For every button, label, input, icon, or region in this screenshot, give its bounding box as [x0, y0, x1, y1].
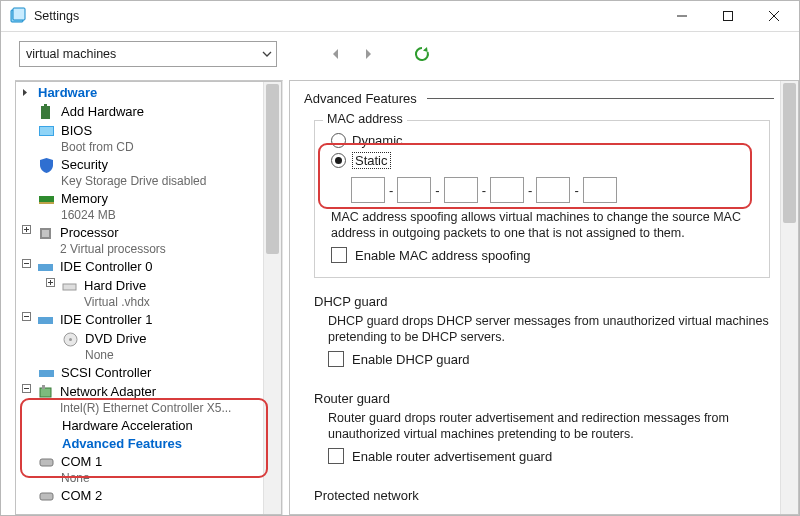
svg-rect-8: [39, 202, 54, 204]
panel-scroll-area: MAC address Dynamic Static - - - -: [290, 114, 798, 514]
mac-octet-1[interactable]: [351, 177, 385, 203]
mac-spoofing-description: MAC address spoofing allows virtual mach…: [331, 209, 759, 241]
left-scrollbar[interactable]: [263, 82, 281, 514]
bios-icon: [38, 123, 55, 140]
svg-rect-15: [63, 284, 76, 290]
mac-octet-5[interactable]: [536, 177, 570, 203]
svg-rect-2: [724, 12, 733, 21]
processor-icon: [37, 225, 54, 242]
collapse-icon[interactable]: [22, 259, 31, 268]
tree-item-security[interactable]: SecurityKey Storage Drive disabled: [16, 156, 281, 190]
com-port-icon: [38, 454, 55, 471]
tree-item-com2[interactable]: COM 2: [16, 487, 281, 506]
svg-rect-20: [39, 370, 54, 377]
svg-rect-25: [40, 493, 53, 500]
tree-item-ide1[interactable]: IDE Controller 1: [16, 311, 281, 330]
tree-item-com1[interactable]: COM 1None: [16, 453, 281, 487]
controller-icon: [37, 259, 54, 276]
checkbox-icon: [328, 351, 344, 367]
dhcp-guard-checkbox-row[interactable]: Enable DHCP guard: [328, 351, 770, 367]
tree-item-ide0[interactable]: IDE Controller 0: [16, 258, 281, 277]
dvd-icon: [62, 331, 79, 348]
collapse-icon[interactable]: [22, 88, 31, 97]
svg-rect-7: [39, 196, 54, 203]
panel-title: Advanced Features: [304, 91, 417, 106]
content-split: Hardware Add Hardware BIOSBoot from CD S…: [1, 80, 799, 515]
network-adapter-icon: [37, 384, 54, 401]
svg-rect-6: [40, 127, 53, 135]
focus-indicator: Static: [352, 152, 391, 169]
radio-dynamic[interactable]: Dynamic: [331, 133, 759, 148]
expand-icon[interactable]: [46, 278, 55, 287]
app-icon: [9, 7, 27, 25]
protected-network-heading: Protected network: [314, 488, 770, 503]
collapse-icon[interactable]: [22, 312, 31, 321]
scrollbar-thumb[interactable]: [783, 83, 796, 223]
mac-address-group: MAC address Dynamic Static - - - -: [314, 120, 770, 278]
router-guard-checkbox-row[interactable]: Enable router advertisement guard: [328, 448, 770, 464]
nav-back-button[interactable]: [325, 43, 347, 65]
svg-rect-13: [38, 264, 53, 271]
checkbox-icon: [331, 247, 347, 263]
chevron-down-icon: [262, 49, 272, 59]
radio-static[interactable]: Static: [331, 152, 759, 169]
tree-item-add-hardware[interactable]: Add Hardware: [16, 103, 281, 122]
tree-item-dvd[interactable]: DVD DriveNone: [16, 330, 281, 364]
collapse-icon[interactable]: [22, 384, 31, 393]
hard-drive-icon: [61, 278, 78, 295]
add-hardware-icon: [38, 104, 55, 121]
nav-forward-button[interactable]: [357, 43, 379, 65]
controller-icon: [38, 365, 55, 382]
expand-icon[interactable]: [22, 225, 31, 234]
svg-rect-3: [41, 106, 50, 119]
tree-item-hw-accel[interactable]: Hardware Acceleration: [16, 417, 281, 435]
mac-octet-4[interactable]: [490, 177, 524, 203]
tree-item-processor[interactable]: Processor2 Virtual processors: [16, 224, 281, 258]
mac-octet-6[interactable]: [583, 177, 617, 203]
reload-button[interactable]: [411, 43, 433, 65]
mac-octet-2[interactable]: [397, 177, 431, 203]
com-port-icon: [38, 488, 55, 505]
vm-selector-dropdown[interactable]: virtual machines: [19, 41, 277, 67]
svg-rect-4: [44, 104, 47, 107]
dhcp-guard-description: DHCP guard drops DHCP server messages fr…: [328, 313, 770, 345]
scrollbar-thumb[interactable]: [266, 84, 279, 254]
maximize-button[interactable]: [705, 1, 751, 31]
mac-address-input: - - - - -: [351, 177, 759, 203]
svg-rect-23: [42, 385, 45, 389]
left-pane: Hardware Add Hardware BIOSBoot from CD S…: [15, 80, 283, 515]
window-title: Settings: [34, 9, 659, 23]
shield-icon: [38, 157, 55, 174]
tree-section-hardware[interactable]: Hardware: [16, 82, 281, 103]
hardware-tree-panel: Hardware Add Hardware BIOSBoot from CD S…: [15, 81, 282, 515]
radio-icon: [331, 133, 346, 148]
right-scrollbar[interactable]: [780, 81, 798, 514]
memory-icon: [38, 191, 55, 208]
right-pane: Advanced Features MAC address Dynamic St…: [289, 80, 799, 515]
titlebar: Settings: [1, 1, 799, 32]
router-guard-heading: Router guard: [314, 391, 770, 406]
divider: [427, 98, 774, 99]
toolbar: virtual machines: [1, 32, 799, 80]
tree-item-bios[interactable]: BIOSBoot from CD: [16, 122, 281, 156]
tree-item-advanced-features[interactable]: Advanced Features: [16, 435, 281, 453]
settings-window: Settings virtual machines: [0, 0, 800, 516]
svg-rect-22: [40, 388, 51, 397]
svg-rect-1: [13, 8, 25, 20]
svg-point-19: [69, 338, 72, 341]
tree-item-network-adapter[interactable]: Network AdapterIntel(R) Ethernet Control…: [16, 383, 281, 417]
checkbox-icon: [328, 448, 344, 464]
tree-item-memory[interactable]: Memory16024 MB: [16, 190, 281, 224]
mac-octet-3[interactable]: [444, 177, 478, 203]
close-button[interactable]: [751, 1, 797, 31]
svg-rect-17: [38, 317, 53, 324]
mac-spoofing-checkbox-row[interactable]: Enable MAC address spoofing: [331, 247, 759, 263]
group-legend: MAC address: [323, 114, 407, 126]
tree-item-hard-drive[interactable]: Hard DriveVirtual .vhdx: [16, 277, 281, 311]
svg-rect-11: [42, 230, 49, 237]
router-guard-description: Router guard drops router advertisement …: [328, 410, 770, 442]
panel-title-row: Advanced Features: [290, 81, 798, 114]
controller-icon: [37, 312, 54, 329]
tree-item-scsi[interactable]: SCSI Controller: [16, 364, 281, 383]
minimize-button[interactable]: [659, 1, 705, 31]
